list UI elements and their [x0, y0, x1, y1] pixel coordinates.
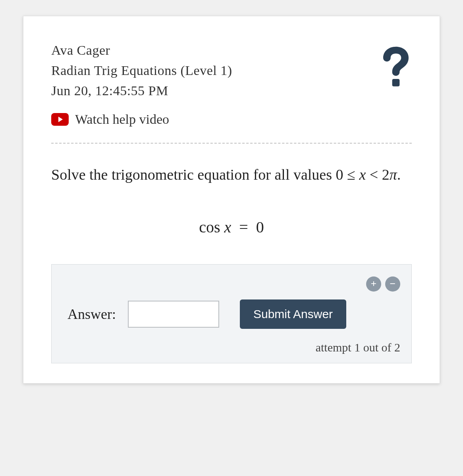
equation: cos x = 0: [51, 218, 412, 236]
answer-label: Answer:: [68, 306, 116, 322]
header-text-block: Ava Cager Radian Trig Equations (Level 1…: [51, 40, 380, 101]
domain-math: 0 ≤ x < 2π.: [336, 166, 401, 183]
divider: [51, 143, 412, 144]
datetime: Jun 20, 12:45:55 PM: [51, 81, 380, 101]
attempt-counter: attempt 1 out of 2: [68, 341, 400, 354]
header-row: Ava Cager Radian Trig Equations (Level 1…: [51, 40, 412, 101]
answer-controls: + −: [68, 276, 400, 292]
submit-button[interactable]: Submit Answer: [240, 299, 346, 329]
prompt-prefix: Solve the trigonometric equation for all…: [51, 166, 336, 183]
answer-input[interactable]: [128, 301, 219, 328]
remove-answer-button[interactable]: −: [385, 276, 400, 292]
problem-card: Ava Cager Radian Trig Equations (Level 1…: [23, 16, 440, 384]
problem-prompt: Solve the trigonometric equation for all…: [51, 163, 412, 186]
student-name: Ava Cager: [51, 40, 380, 60]
help-icon[interactable]: [380, 44, 412, 84]
youtube-icon: [51, 113, 69, 126]
svg-rect-0: [392, 79, 400, 86]
add-answer-button[interactable]: +: [366, 276, 381, 292]
answer-box: + − Answer: Submit Answer attempt 1 out …: [51, 264, 412, 363]
watch-video-link[interactable]: Watch help video: [51, 112, 412, 127]
video-link-label: Watch help video: [75, 112, 169, 127]
answer-row: Answer: Submit Answer: [68, 299, 400, 329]
assignment-title: Radian Trig Equations (Level 1): [51, 60, 380, 81]
